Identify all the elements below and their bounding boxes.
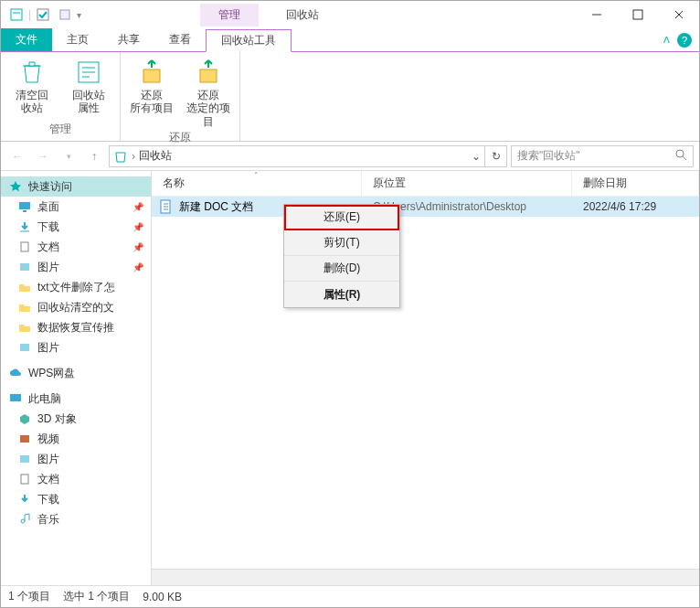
svg-rect-9 xyxy=(23,210,27,212)
context-menu-cut[interactable]: 剪切(T) xyxy=(284,230,399,256)
content-area: 快速访问 桌面 📌 下载 📌 文档 📌 图片 📌 txt文件删除了怎 xyxy=(1,171,699,585)
restore-selected-items-button[interactable]: 还原 选定的项目 xyxy=(183,56,234,128)
contextual-tab-label: 管理 xyxy=(200,4,259,27)
column-headers: ˄ 名称 原位置 删除日期 xyxy=(152,171,699,197)
pictures-icon xyxy=(17,340,32,355)
horizontal-scrollbar[interactable] xyxy=(152,569,699,585)
empty-bin-icon xyxy=(17,58,47,87)
context-menu-delete[interactable]: 删除(D) xyxy=(284,256,399,282)
recycle-bin-icon[interactable] xyxy=(6,5,27,25)
recycle-bin-icon xyxy=(113,149,128,164)
properties-icon xyxy=(74,58,103,87)
svg-rect-10 xyxy=(21,242,28,251)
restore-all-label: 还原 所有项目 xyxy=(130,89,174,115)
svg-rect-3 xyxy=(633,10,642,19)
sidebar-item-wps[interactable]: WPS网盘 xyxy=(1,363,151,383)
tab-file[interactable]: 文件 xyxy=(1,28,52,51)
quick-access-toolbar: | ▾ xyxy=(6,5,81,25)
title-bar: | ▾ 管理 回收站 xyxy=(1,1,699,28)
search-placeholder: 搜索"回收站" xyxy=(517,148,580,164)
sidebar-item-pictures[interactable]: 图片 📌 xyxy=(1,257,151,277)
pin-icon: 📌 xyxy=(133,242,143,252)
close-button[interactable] xyxy=(658,2,699,27)
restore-all-items-button[interactable]: 还原 所有项目 xyxy=(126,56,177,128)
pc-icon xyxy=(8,391,23,406)
address-dropdown-icon[interactable]: ⌄ xyxy=(472,150,481,163)
svg-point-12 xyxy=(22,265,24,267)
sidebar-item-documents[interactable]: 文档 xyxy=(1,469,151,489)
recycle-bin-properties-button[interactable]: 回收站 属性 xyxy=(63,56,114,120)
context-menu-properties[interactable]: 属性(R) xyxy=(284,282,399,307)
collapse-ribbon-icon[interactable]: ᐱ xyxy=(663,35,670,45)
column-header-location[interactable]: 原位置 xyxy=(362,171,572,196)
bin-props-label: 回收站 属性 xyxy=(72,89,105,115)
sidebar-item-3d-objects[interactable]: 3D 对象 xyxy=(1,409,151,429)
video-icon xyxy=(17,432,32,446)
ribbon-group-restore: 还原 所有项目 还原 选定的项目 还原 xyxy=(121,52,240,141)
restore-selected-icon xyxy=(194,58,223,87)
folder-icon xyxy=(17,300,32,315)
maximize-button[interactable] xyxy=(617,2,658,27)
help-icon[interactable]: ? xyxy=(677,33,692,48)
status-bar: 1 个项目 选中 1 个项目 9.00 KB xyxy=(1,585,699,607)
sidebar-item-folder[interactable]: 数据恢复宣传推 xyxy=(1,317,151,337)
properties-icon[interactable] xyxy=(55,5,75,25)
pin-icon: 📌 xyxy=(133,202,143,212)
tab-view[interactable]: 查看 xyxy=(154,28,206,51)
minimize-button[interactable] xyxy=(576,2,617,27)
svg-rect-14 xyxy=(10,394,21,401)
forward-button[interactable]: → xyxy=(32,145,54,167)
sidebar-item-downloads[interactable]: 下载 📌 xyxy=(1,217,151,237)
sidebar-item-pictures[interactable]: 图片 xyxy=(1,449,151,469)
sidebar-item-folder[interactable]: 回收站清空的文 xyxy=(1,297,151,317)
sidebar-item-quick-access[interactable]: 快速访问 xyxy=(1,176,151,197)
sidebar-item-videos[interactable]: 视频 xyxy=(1,429,151,449)
svg-rect-2 xyxy=(60,10,69,19)
tab-home[interactable]: 主页 xyxy=(52,28,103,51)
back-button[interactable]: ← xyxy=(6,145,28,167)
empty-recycle-bin-button[interactable]: 清空回 收站 xyxy=(6,56,58,120)
qat-separator: | xyxy=(28,8,31,21)
sidebar-item-documents[interactable]: 文档 📌 xyxy=(1,237,151,257)
qat-dropdown-icon[interactable]: ▾ xyxy=(77,10,81,20)
ribbon-tabs: 文件 主页 共享 查看 回收站工具 ᐱ ? xyxy=(1,28,699,52)
chevron-right-icon[interactable]: › xyxy=(132,150,135,163)
pictures-icon xyxy=(17,260,32,274)
pictures-icon xyxy=(17,452,32,466)
column-header-name[interactable]: ˄ 名称 xyxy=(152,171,362,196)
sidebar-item-pictures[interactable]: 图片 xyxy=(1,337,151,357)
doc-file-icon xyxy=(159,199,174,214)
folder-icon xyxy=(17,280,32,294)
sidebar-item-folder[interactable]: txt文件删除了怎 xyxy=(1,277,151,297)
svg-rect-8 xyxy=(19,202,30,209)
breadcrumb[interactable]: 回收站 xyxy=(139,148,172,164)
search-icon[interactable] xyxy=(674,148,687,164)
svg-rect-16 xyxy=(20,455,29,463)
tab-share[interactable]: 共享 xyxy=(103,28,154,51)
download-icon xyxy=(17,492,32,507)
address-bar[interactable]: › 回收站 ⌄ xyxy=(109,145,485,167)
music-icon xyxy=(17,512,32,527)
svg-rect-6 xyxy=(200,69,217,82)
table-row[interactable]: 新建 DOC 文档 C:\Users\Administrator\Desktop… xyxy=(152,197,699,217)
up-button[interactable]: ↑ xyxy=(83,145,105,167)
history-dropdown-icon[interactable]: ▾ xyxy=(58,145,80,167)
checkbox-checked-icon[interactable] xyxy=(33,5,53,25)
context-menu-restore[interactable]: 还原(E) xyxy=(284,205,399,230)
window-controls xyxy=(576,2,699,27)
svg-point-7 xyxy=(676,150,684,157)
sidebar-item-music[interactable]: 音乐 xyxy=(1,509,151,529)
restore-all-icon xyxy=(137,58,166,87)
search-input[interactable]: 搜索"回收站" xyxy=(511,145,694,167)
refresh-button[interactable]: ↻ xyxy=(485,145,507,167)
status-size: 9.00 KB xyxy=(143,591,182,603)
column-header-deleted[interactable]: 删除日期 xyxy=(572,171,699,196)
sidebar-item-desktop[interactable]: 桌面 📌 xyxy=(1,197,151,217)
document-icon xyxy=(17,240,32,254)
sidebar-item-this-pc[interactable]: 此电脑 xyxy=(1,389,151,409)
pin-icon: 📌 xyxy=(133,262,143,272)
sort-indicator-icon: ˄ xyxy=(254,171,259,180)
file-rows[interactable]: 新建 DOC 文档 C:\Users\Administrator\Desktop… xyxy=(152,197,699,569)
tab-recycle-bin-tools[interactable]: 回收站工具 xyxy=(206,29,292,52)
sidebar-item-downloads[interactable]: 下载 xyxy=(1,489,151,509)
